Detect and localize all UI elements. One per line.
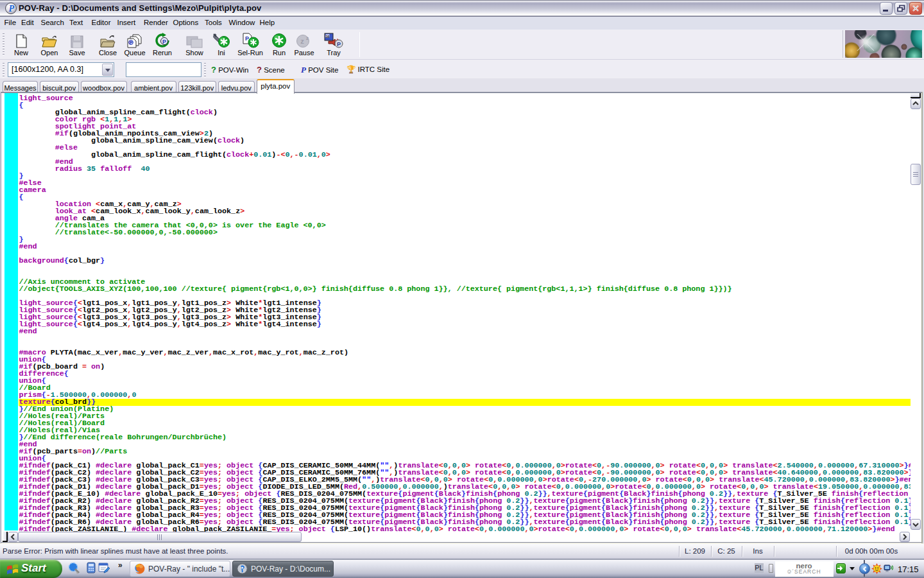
svg-text:38: 38 [325, 35, 329, 39]
svg-text:P: P [162, 39, 166, 45]
svg-text:P: P [130, 40, 133, 45]
svg-text:P: P [337, 41, 341, 48]
svg-text:z: z [300, 37, 304, 45]
svg-text:z: z [306, 35, 309, 41]
